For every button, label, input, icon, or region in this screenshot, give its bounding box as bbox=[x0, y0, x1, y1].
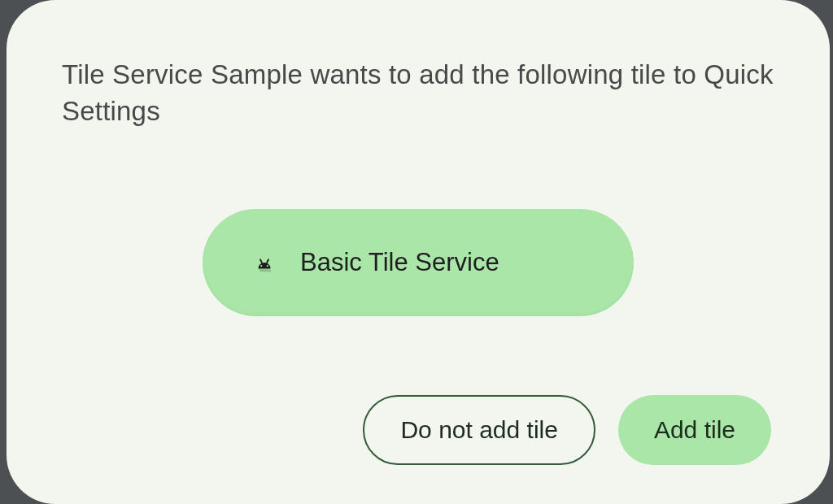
dialog-button-row: Do not add tile Add tile bbox=[62, 395, 774, 465]
do-not-add-tile-button[interactable]: Do not add tile bbox=[363, 395, 595, 465]
dialog-title: Tile Service Sample wants to add the fol… bbox=[62, 57, 774, 129]
tile-label: Basic Tile Service bbox=[300, 248, 499, 277]
android-icon bbox=[251, 250, 277, 276]
add-tile-dialog: Tile Service Sample wants to add the fol… bbox=[7, 0, 830, 504]
svg-line-3 bbox=[267, 259, 268, 263]
svg-point-1 bbox=[267, 264, 268, 266]
tile-preview-area: Basic Tile Service bbox=[62, 129, 774, 395]
tile-preview: Basic Tile Service bbox=[203, 209, 634, 316]
svg-line-2 bbox=[260, 259, 262, 263]
svg-point-0 bbox=[260, 264, 262, 266]
add-tile-button[interactable]: Add tile bbox=[618, 395, 771, 465]
